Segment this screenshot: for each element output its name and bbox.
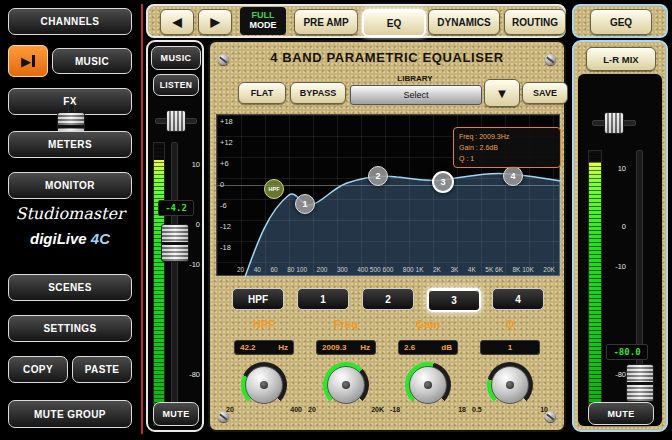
geq-label: GEQ	[610, 17, 632, 28]
eq-point-3[interactable]: 3	[432, 171, 454, 193]
freq-value: 2009.3	[322, 343, 346, 352]
fader-value-display: -4.2	[158, 200, 194, 216]
flat-label: FLAT	[251, 88, 273, 98]
flat-button[interactable]: FLAT	[238, 82, 286, 104]
eq-main-panel: 4 BAND PARAMETRIC EQUALISER FLAT BYPASS …	[208, 40, 566, 432]
scale-10: 10	[182, 160, 200, 169]
db-label: +12	[220, 138, 233, 147]
sidebar-item-mute-group[interactable]: MUTE GROUP	[8, 400, 132, 428]
settings-label: SETTINGS	[43, 323, 96, 334]
bypass-label: BYPASS	[300, 88, 336, 98]
q-knob[interactable]	[487, 362, 533, 408]
play-pause-icon: ▶	[21, 55, 31, 68]
band-button-hpf[interactable]: HPF	[232, 288, 284, 310]
library-selected-value: Select	[403, 90, 428, 100]
prev-channel-button[interactable]: ◀	[160, 9, 194, 35]
gain-min: -18	[390, 406, 400, 413]
full-mode-button[interactable]: FULL MODE	[240, 7, 286, 35]
arrow-left-icon: ◀	[172, 15, 181, 29]
knob-label-hpf: HPF	[234, 318, 294, 330]
chevron-down-icon: ▼	[496, 86, 509, 101]
point-4-label: 4	[510, 171, 515, 181]
lr-mix-button[interactable]: L-R MIX	[586, 47, 656, 71]
point-3-label: 3	[440, 177, 445, 187]
next-channel-button[interactable]: ▶	[198, 9, 232, 35]
hpf-max: 400	[290, 406, 302, 413]
db-label: -12	[220, 222, 231, 231]
copy-button[interactable]: COPY	[8, 356, 68, 383]
library-caption: LIBRARY	[350, 74, 480, 83]
gain-value-display: 2.6dB	[398, 340, 458, 355]
tab-dynamics[interactable]: DYNAMICS	[428, 9, 500, 35]
channels-label: CHANNELS	[41, 16, 100, 27]
geq-panel: GEQ	[572, 4, 668, 38]
gain-value: 2.6	[404, 343, 415, 352]
geq-button[interactable]: GEQ	[590, 9, 652, 35]
pan-slider[interactable]	[166, 110, 186, 132]
strip-name-button[interactable]: MUSIC	[151, 46, 201, 70]
hpf-knob-face	[245, 366, 283, 404]
info-gain: Gain : 2.6dB	[459, 142, 555, 153]
transport-play-button[interactable]: ▶	[8, 45, 48, 77]
sidebar-item-music[interactable]: MUSIC	[52, 48, 132, 74]
save-button[interactable]: SAVE	[522, 82, 568, 104]
db-label: -6	[220, 201, 227, 210]
digilive-wordmark: digiLive	[30, 230, 87, 247]
tab-eq[interactable]: EQ	[362, 9, 426, 37]
eq-point-1[interactable]: 1	[295, 194, 315, 214]
lr-pan-slider[interactable]	[604, 112, 624, 134]
listen-label: LISTEN	[160, 80, 193, 90]
paste-button[interactable]: PASTE	[72, 356, 132, 383]
q-max: 10	[540, 406, 548, 413]
library-select[interactable]: Select	[350, 85, 482, 105]
band-button-3[interactable]: 3	[427, 288, 481, 312]
sidebar-item-monitor[interactable]: MONITOR	[8, 172, 132, 199]
lr-fader-value: -80.0	[613, 347, 640, 357]
knob-label-q: Q	[480, 318, 540, 330]
band-1-label: 1	[320, 294, 326, 305]
lr-fader-handle[interactable]	[626, 364, 654, 402]
lr-scale-minus80: -80	[608, 370, 626, 379]
band-button-2[interactable]: 2	[362, 288, 414, 310]
lr-mute-button[interactable]: MUTE	[588, 402, 654, 425]
tab-preamp[interactable]: PRE AMP	[294, 9, 358, 35]
band-4-label: 4	[515, 294, 521, 305]
eq-point-4[interactable]: 4	[503, 166, 523, 186]
preamp-tab-label: PRE AMP	[303, 17, 348, 28]
hpf-value: 42.2	[240, 343, 256, 352]
band-button-1[interactable]: 1	[297, 288, 349, 310]
page-title: 4 BAND PARAMETRIC EQUALISER	[210, 50, 564, 65]
band-button-4[interactable]: 4	[492, 288, 544, 310]
band-info-box: Freq : 2009.3Hz Gain : 2.6dB Q : 1	[453, 127, 561, 168]
full-mode-line2: MODE	[250, 21, 277, 31]
freq-knob[interactable]	[323, 362, 369, 408]
sidebar-item-meters[interactable]: METERS	[8, 131, 132, 158]
pause-bar-icon	[32, 55, 35, 67]
listen-button[interactable]: LISTEN	[153, 74, 199, 96]
sidebar-item-channels[interactable]: CHANNELS	[8, 8, 132, 35]
hpf-knob[interactable]	[241, 362, 287, 408]
strip-name-label: MUSIC	[161, 53, 192, 63]
library-dropdown-button[interactable]: ▼	[484, 79, 520, 107]
fader-track	[171, 142, 178, 426]
freq-axis: 2040 6080 100 200300 400 500 600800 1K 2…	[237, 266, 555, 273]
gain-max: 18	[458, 406, 466, 413]
fader-handle[interactable]	[161, 224, 189, 262]
eq-graph[interactable]: +18 +12 +6 0 -6 -12 -18 2040 6080 100 20…	[216, 114, 560, 276]
sidebar-item-scenes[interactable]: SCENES	[8, 274, 132, 301]
eq-point-hpf[interactable]: HPF	[264, 179, 284, 199]
freq-knob-face	[327, 366, 365, 404]
freq-min: 20	[308, 406, 316, 413]
bypass-button[interactable]: BYPASS	[290, 82, 346, 104]
eq-point-2[interactable]: 2	[368, 166, 388, 186]
lr-level-meter	[588, 150, 602, 416]
lr-strip-body: 10 0 -10 -80 -80.0 MUTE	[578, 74, 662, 426]
hpf-value-display: 42.2Hz	[234, 340, 294, 355]
tab-routing[interactable]: ROUTING	[504, 9, 566, 35]
mute-button[interactable]: MUTE	[153, 402, 199, 426]
sidebar-item-settings[interactable]: SETTINGS	[8, 315, 132, 342]
arrow-right-icon: ▶	[210, 15, 219, 29]
eq-tab-label: EQ	[387, 18, 401, 29]
knob-label-freq: Freq	[316, 318, 376, 330]
gain-knob[interactable]	[405, 362, 451, 408]
